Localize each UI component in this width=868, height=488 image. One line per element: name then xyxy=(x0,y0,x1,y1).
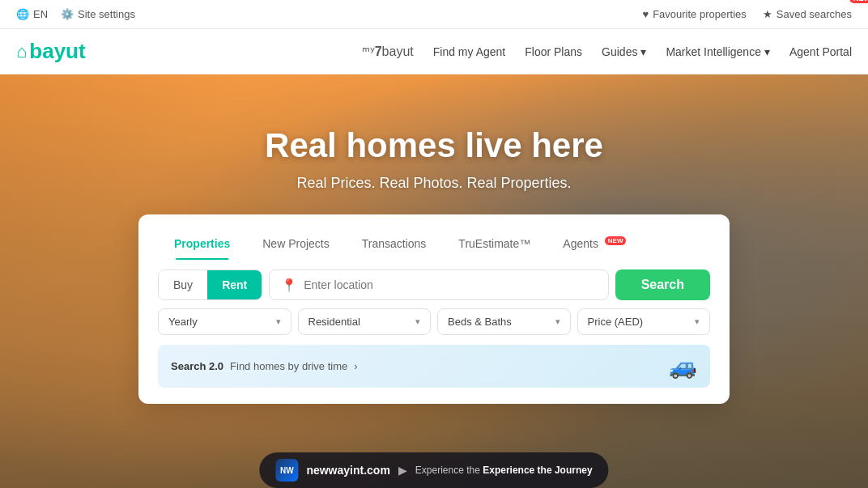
yearly-filter[interactable]: Yearly ▾ xyxy=(158,308,291,335)
buy-rent-toggle: Buy Rent xyxy=(158,269,262,300)
tab-truestimate[interactable]: TruEstimate™ xyxy=(442,231,547,257)
market-intel-label: Market Intelligence xyxy=(666,45,761,58)
language-label: EN xyxy=(33,8,48,20)
hero-subtitle: Real Prices. Real Photos. Real Propertie… xyxy=(296,175,571,192)
location-input[interactable] xyxy=(304,278,596,291)
site-settings[interactable]: ⚙️ Site settings xyxy=(61,8,135,20)
find-agent-new-badge: NEW xyxy=(849,0,868,3)
favourite-label: Favourite properties xyxy=(653,8,747,20)
beds-baths-chevron: ▾ xyxy=(555,316,560,327)
search20-label: Search 2.0 xyxy=(171,360,223,372)
guides-label: Guides xyxy=(602,45,637,58)
search20-banner[interactable]: Search 2.0 Find homes by drive time › 🚙 xyxy=(158,345,710,388)
search-row: Buy Rent 📍 Search xyxy=(158,269,710,300)
star-icon: ★ xyxy=(763,8,772,20)
market-intel-chevron: ▾ xyxy=(764,45,770,58)
logo[interactable]: ⌂ bayut xyxy=(16,39,86,64)
hero-content: Real homes live here Real Prices. Real P… xyxy=(138,126,730,404)
saved-searches[interactable]: ★ Saved searches xyxy=(763,8,852,20)
beds-baths-label: Beds & Baths xyxy=(448,316,512,328)
language-selector[interactable]: 🌐 EN xyxy=(16,8,48,20)
residential-filter[interactable]: Residential ▾ xyxy=(298,308,432,335)
globe-icon: 🌐 xyxy=(16,8,29,20)
price-chevron: ▾ xyxy=(695,316,700,327)
yearly-chevron: ▾ xyxy=(276,316,281,327)
hero-title: Real homes live here xyxy=(265,126,603,165)
favourite-properties[interactable]: ♥ Favourite properties xyxy=(642,8,746,20)
saved-label: Saved searches xyxy=(777,8,852,20)
nav-links: ᵐʸ7bayut Find my Agent NEW Floor Plans G… xyxy=(362,44,852,59)
nav-guides[interactable]: Guides ▾ xyxy=(602,45,646,58)
top-bar-right: ♥ Favourite properties ★ Saved searches xyxy=(642,8,852,20)
tab-new-projects[interactable]: New Projects xyxy=(246,231,345,257)
search20-left: Search 2.0 Find homes by drive time › xyxy=(171,360,358,372)
guides-chevron: ▾ xyxy=(640,45,646,58)
logo-text: bayut xyxy=(29,39,85,64)
location-input-wrap[interactable]: 📍 xyxy=(269,269,608,300)
residential-label: Residential xyxy=(308,316,360,328)
floor-plans-label: Floor Plans xyxy=(525,45,582,58)
site-name: newwayint.com xyxy=(306,464,389,477)
nav-market-intelligence[interactable]: Market Intelligence ▾ xyxy=(666,45,770,58)
price-filter[interactable]: Price (AED) ▾ xyxy=(577,308,711,335)
rent-button[interactable]: Rent xyxy=(207,270,262,299)
agent-portal-label: Agent Portal xyxy=(789,45,852,58)
yearly-label: Yearly xyxy=(168,316,198,328)
location-pin-icon: 📍 xyxy=(281,278,297,293)
find-agent-label: Find my Agent xyxy=(433,45,506,58)
residential-chevron: ▾ xyxy=(415,316,420,327)
nw-label: NW xyxy=(280,466,294,475)
nav-mybayut[interactable]: ᵐʸ7bayut xyxy=(362,44,414,59)
nav-floor-plans[interactable]: Floor Plans xyxy=(525,45,582,58)
nw-badge: NW xyxy=(275,459,298,482)
nav-bar: ⌂ bayut ᵐʸ7bayut Find my Agent NEW Floor… xyxy=(0,29,868,74)
nav-agent-portal[interactable]: Agent Portal xyxy=(789,45,852,58)
buy-button[interactable]: Buy xyxy=(159,270,207,299)
search20-arrow: › xyxy=(354,360,357,372)
bottom-tagline: Experience the Experience the Journey xyxy=(415,465,593,476)
filter-row: Yearly ▾ Residential ▾ Beds & Baths ▾ Pr… xyxy=(158,308,710,335)
beds-baths-filter[interactable]: Beds & Baths ▾ xyxy=(437,308,571,335)
price-label: Price (AED) xyxy=(588,316,644,328)
gear-icon: ⚙️ xyxy=(61,8,74,20)
site-settings-label: Site settings xyxy=(78,8,135,20)
bottom-banner: NW newwayint.com ▶ Experience the Experi… xyxy=(259,452,608,488)
search20-text: Find homes by drive time xyxy=(230,360,347,372)
heart-icon: ♥ xyxy=(642,8,649,20)
hero-section: Real homes live here Real Prices. Real P… xyxy=(0,74,868,488)
nav-find-agent[interactable]: Find my Agent NEW xyxy=(433,45,506,58)
top-bar: 🌐 EN ⚙️ Site settings ♥ Favourite proper… xyxy=(0,0,868,29)
logo-icon: ⌂ xyxy=(16,41,27,62)
car-icon: 🚙 xyxy=(669,353,697,380)
mybayut-logo: ᵐʸ7bayut xyxy=(362,44,414,59)
tab-properties[interactable]: Properties xyxy=(158,231,246,257)
play-icon[interactable]: ▶ xyxy=(398,464,407,477)
tab-agents[interactable]: Agents NEW xyxy=(547,231,642,257)
agents-new-badge: NEW xyxy=(605,236,627,245)
tab-transactions[interactable]: Transactions xyxy=(346,231,443,257)
search-button[interactable]: Search xyxy=(615,269,710,300)
search-tabs: Properties New Projects Transactions Tru… xyxy=(158,231,710,257)
search-card: Properties New Projects Transactions Tru… xyxy=(138,214,730,404)
top-bar-left: 🌐 EN ⚙️ Site settings xyxy=(16,8,135,20)
